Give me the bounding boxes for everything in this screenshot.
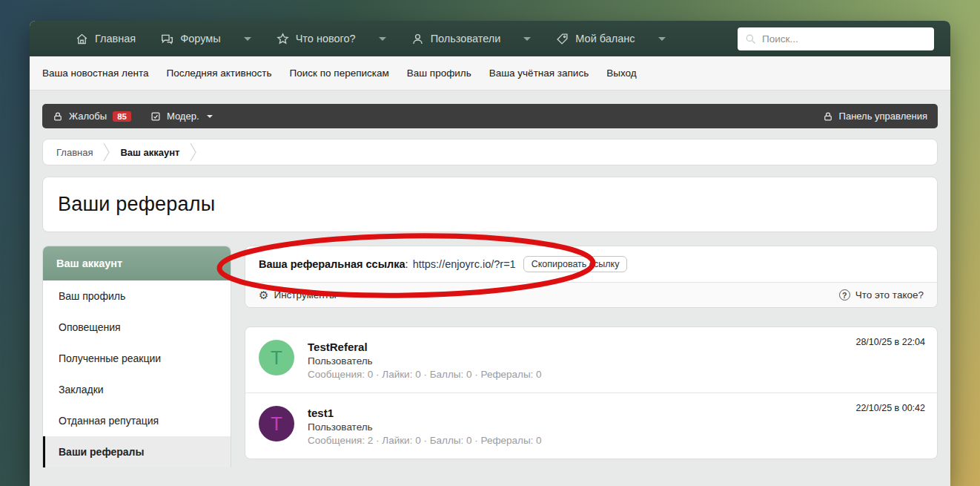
subnav-latest-activity[interactable]: Последняя активность xyxy=(166,68,271,79)
star-icon xyxy=(277,33,289,45)
search-input[interactable] xyxy=(762,33,927,45)
copy-link-button[interactable]: Скопировать ссылку xyxy=(523,256,628,272)
avatar[interactable]: T xyxy=(259,340,294,375)
referral-row: T TestReferal Пользователь Сообщения: 0 … xyxy=(245,327,937,393)
nav-item-label: Мой баланс xyxy=(575,33,635,45)
admin-panel-button[interactable]: Панель управления xyxy=(823,111,927,122)
chevron-down-icon xyxy=(207,115,213,118)
sidebar-item-alerts[interactable]: Оповещения xyxy=(43,312,231,343)
referral-link-url[interactable]: https://enjoyrc.io/?r=1 xyxy=(413,258,516,270)
nav-item-label: Главная xyxy=(95,33,136,45)
lock-icon xyxy=(823,111,833,122)
referral-username[interactable]: TestReferal xyxy=(308,341,542,353)
subnav-your-profile[interactable]: Ваш профиль xyxy=(407,68,471,79)
account-subnav: Ваша новостная лента Последняя активност… xyxy=(30,56,950,91)
subnav-search-conversations[interactable]: Поиск по перепискам xyxy=(290,68,389,79)
main-navbar: Главная Форумы Что нового? По xyxy=(30,21,950,56)
subnav-your-account[interactable]: Ваша учётная запись xyxy=(489,68,589,79)
subnav-logout[interactable]: Выход xyxy=(606,68,636,79)
referral-link-label: Ваша реферальная ссылка xyxy=(259,258,405,270)
nav-item-whats-new[interactable]: Что нового? xyxy=(264,21,399,56)
breadcrumb-home[interactable]: Главная xyxy=(56,147,93,158)
nav-item-users[interactable]: Пользователи xyxy=(399,21,544,56)
page-title-card: Ваши рефералы xyxy=(42,177,938,232)
admin-panel-label: Панель управления xyxy=(839,111,927,122)
breadcrumb: Главная Ваш аккаунт xyxy=(42,139,938,165)
help-label: Что это такое? xyxy=(855,289,924,301)
search-box[interactable] xyxy=(738,27,934,50)
page-title: Ваши рефералы xyxy=(58,193,215,216)
referral-stats: Сообщения: 2 · Лайки: 0 · Баллы: 0 · Реф… xyxy=(308,435,542,446)
reports-count-badge: 85 xyxy=(113,111,131,122)
reports-label: Жалобы xyxy=(69,111,107,122)
sidebar-item-bookmarks[interactable]: Закладки xyxy=(43,374,231,405)
referral-stats: Сообщения: 0 · Лайки: 0 · Баллы: 0 · Реф… xyxy=(308,369,542,380)
sidebar-header-your-account[interactable]: Ваш аккаунт xyxy=(43,246,231,280)
referral-role: Пользователь xyxy=(308,355,542,367)
referral-link-row: Ваша реферальная ссылка: https://enjoyrc… xyxy=(245,246,937,282)
nav-item-label: Что нового? xyxy=(296,33,356,45)
gear-icon: ⚙ xyxy=(259,289,268,301)
moderator-menu-button[interactable]: Модер. xyxy=(150,111,213,122)
nav-item-label: Пользователи xyxy=(431,33,501,45)
comments-icon xyxy=(161,33,173,45)
lock-icon xyxy=(53,111,63,122)
nav-item-balance[interactable]: Мой баланс xyxy=(543,21,678,56)
tag-icon xyxy=(556,33,569,45)
moderator-bar: Жалобы 85 Модер. Панель управления xyxy=(42,104,938,128)
nav-item-label: Форумы xyxy=(180,33,220,45)
moderator-menu-label: Модер. xyxy=(167,111,199,122)
tools-button[interactable]: ⚙ Инструменты xyxy=(259,289,337,301)
referrals-list-card: T TestReferal Пользователь Сообщения: 0 … xyxy=(245,326,938,459)
chevron-down-icon[interactable] xyxy=(658,37,666,41)
referral-info: TestReferal Пользователь Сообщения: 0 · … xyxy=(308,340,542,380)
sidebar-item-your-profile[interactable]: Ваш профиль xyxy=(43,280,231,312)
reports-button[interactable]: Жалобы 85 xyxy=(53,111,131,122)
breadcrumb-separator-icon xyxy=(103,142,110,162)
nav-item-forums[interactable]: Форумы xyxy=(148,21,263,56)
desktop-background: Главная Форумы Что нового? По xyxy=(0,0,980,486)
sidebar-item-reputation-given[interactable]: Отданная репутация xyxy=(43,405,231,436)
tools-label: Инструменты xyxy=(274,289,336,301)
chevron-down-icon[interactable] xyxy=(523,37,531,41)
account-sidebar: Ваш аккаунт Ваш профиль Оповещения Получ… xyxy=(42,246,231,467)
referral-role: Пользователь xyxy=(308,421,542,433)
referral-info: test1 Пользователь Сообщения: 2 · Лайки:… xyxy=(308,406,542,446)
referral-date: 22/10/25 в 00:42 xyxy=(855,403,925,413)
breadcrumb-your-account[interactable]: Ваш аккаунт xyxy=(120,147,179,158)
home-icon xyxy=(76,33,88,45)
avatar[interactable]: T xyxy=(259,406,294,441)
referral-link-card: Ваша реферальная ссылка: https://enjoyrc… xyxy=(245,246,938,308)
nav-item-home[interactable]: Главная xyxy=(63,21,148,56)
question-circle-icon: ? xyxy=(839,289,850,301)
referral-link-colon: : xyxy=(405,258,408,270)
sidebar-item-reactions-received[interactable]: Полученные реакции xyxy=(43,343,231,374)
referral-row: T test1 Пользователь Сообщения: 2 · Лайк… xyxy=(245,393,937,459)
chevron-down-icon[interactable] xyxy=(244,37,251,41)
browser-app-window: Главная Форумы Что нового? По xyxy=(30,21,950,486)
sidebar-item-your-referrals[interactable]: Ваши рефералы xyxy=(43,436,231,467)
referral-username[interactable]: test1 xyxy=(308,407,542,419)
subnav-news-feed[interactable]: Ваша новостная лента xyxy=(42,68,148,79)
breadcrumb-separator-icon xyxy=(190,142,196,162)
search-icon xyxy=(745,33,756,45)
check-square-icon xyxy=(150,111,161,122)
user-icon xyxy=(411,33,424,45)
page-content: Жалобы 85 Модер. Панель управления xyxy=(30,91,950,467)
referrals-main: Ваша реферальная ссылка: https://enjoyrc… xyxy=(245,246,938,459)
chevron-down-icon[interactable] xyxy=(379,37,386,41)
referral-date: 28/10/25 в 22:04 xyxy=(855,337,925,347)
tools-row: ⚙ Инструменты ? Что это такое? xyxy=(245,282,937,307)
help-button[interactable]: ? Что это такое? xyxy=(839,289,924,301)
